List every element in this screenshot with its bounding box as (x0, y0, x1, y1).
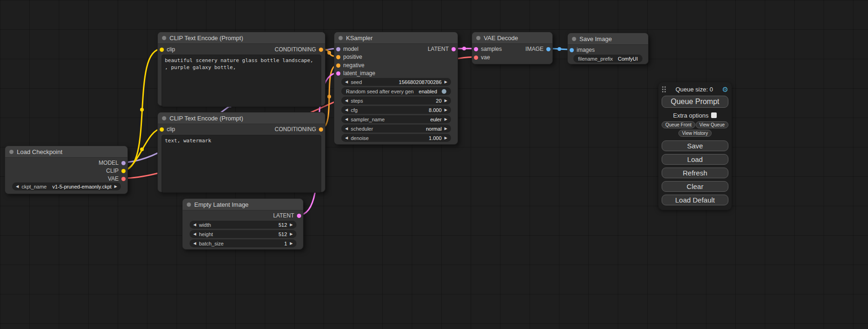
node-title-bar[interactable]: Load Checkpoint (5, 146, 127, 158)
increment-arrow-icon[interactable]: ▶ (445, 97, 447, 105)
refresh-button[interactable]: Refresh (662, 168, 728, 178)
clip-slot-dot[interactable] (160, 48, 164, 52)
prev-arrow-icon[interactable]: ◀ (16, 182, 19, 190)
node-title-bar[interactable]: Empty Latent Image (183, 199, 303, 210)
input-slot-negative[interactable]: negative (334, 62, 364, 69)
conditioning-slot-dot[interactable] (336, 55, 340, 59)
graph-canvas[interactable]: Load Checkpoint MODEL CLIP VAE ◀ ckpt_na… (0, 0, 868, 329)
collapse-dot[interactable] (9, 150, 14, 154)
decrement-arrow-icon[interactable]: ◀ (345, 134, 348, 142)
clear-button[interactable]: Clear (662, 181, 728, 192)
input-slot-positive[interactable]: positive (334, 54, 362, 60)
decrement-arrow-icon[interactable]: ◀ (193, 221, 196, 229)
view-queue-button[interactable]: View Queue (696, 121, 728, 128)
toggle-knob[interactable] (442, 89, 446, 94)
collapse-dot[interactable] (162, 116, 166, 120)
model-slot-dot[interactable] (336, 47, 340, 51)
conditioning-slot-dot[interactable] (319, 127, 323, 132)
prev-arrow-icon[interactable]: ◀ (345, 115, 348, 123)
prompt-textarea[interactable]: beautiful scenery nature glass bottle la… (162, 55, 321, 107)
output-slot-model[interactable]: MODEL (99, 160, 127, 166)
output-slot-vae[interactable]: VAE (108, 175, 127, 182)
widget-steps[interactable]: ◀ steps 20 ▶ (341, 97, 451, 105)
increment-arrow-icon[interactable]: ▶ (445, 78, 447, 86)
model-slot-dot[interactable] (121, 161, 126, 165)
drag-handle-icon[interactable] (662, 86, 666, 92)
node-load-checkpoint[interactable]: Load Checkpoint MODEL CLIP VAE ◀ ckpt_na… (5, 146, 128, 194)
node-vae-decode[interactable]: VAE Decode samples vae IMAGE (472, 32, 553, 64)
widget-denoise[interactable]: ◀ denoise 1.000 ▶ (341, 134, 451, 142)
output-slot-latent[interactable]: LATENT (273, 212, 303, 219)
latent-slot-dot[interactable] (336, 71, 340, 76)
collapse-dot[interactable] (476, 36, 480, 40)
save-button[interactable]: Save (662, 140, 728, 151)
input-slot-clip[interactable]: clip (158, 46, 175, 53)
input-slot-clip[interactable]: clip (158, 126, 175, 133)
conditioning-slot-dot[interactable] (336, 63, 340, 68)
node-save-image[interactable]: Save Image images filename_prefix ComfyU… (567, 33, 649, 64)
widget-filename-prefix[interactable]: filename_prefix ComfyUI (573, 55, 642, 63)
node-clip-text-encode-positive[interactable]: CLIP Text Encode (Prompt) clip CONDITION… (157, 32, 325, 106)
queue-front-button[interactable]: Queue Front (662, 121, 695, 128)
load-default-button[interactable]: Load Default (662, 195, 728, 205)
increment-arrow-icon[interactable]: ▶ (290, 230, 293, 238)
next-arrow-icon[interactable]: ▶ (114, 182, 117, 190)
increment-arrow-icon[interactable]: ▶ (290, 239, 293, 247)
increment-arrow-icon[interactable]: ▶ (445, 106, 447, 114)
vae-slot-dot[interactable] (121, 177, 126, 181)
latent-slot-dot[interactable] (474, 47, 478, 51)
settings-gear-icon[interactable]: ⚙ (722, 86, 728, 93)
increment-arrow-icon[interactable]: ▶ (290, 221, 293, 229)
clip-slot-dot[interactable] (160, 127, 164, 132)
output-slot-image[interactable]: IMAGE (525, 46, 552, 52)
node-title-bar[interactable]: KSampler (334, 32, 458, 44)
input-slot-vae[interactable]: vae (472, 54, 490, 61)
input-slot-images[interactable]: images (568, 47, 595, 53)
node-title-bar[interactable]: Save Image (568, 33, 648, 45)
image-slot-dot[interactable] (570, 48, 574, 52)
next-arrow-icon[interactable]: ▶ (445, 125, 447, 133)
clip-slot-dot[interactable] (121, 169, 126, 173)
input-slot-model[interactable]: model (334, 46, 359, 52)
collapse-dot[interactable] (187, 203, 191, 207)
output-slot-conditioning[interactable]: CONDITIONING (275, 46, 325, 53)
node-empty-latent-image[interactable]: Empty Latent Image LATENT ◀ width 512 ▶ … (182, 198, 303, 250)
widget-sampler-name[interactable]: ◀ sampler_name euler ▶ (341, 115, 451, 123)
decrement-arrow-icon[interactable]: ◀ (193, 230, 196, 238)
output-slot-clip[interactable]: CLIP (106, 168, 127, 174)
widget-scheduler[interactable]: ◀ scheduler normal ▶ (341, 125, 451, 133)
decrement-arrow-icon[interactable]: ◀ (345, 78, 348, 86)
load-button[interactable]: Load (662, 154, 728, 165)
widget-batch-size[interactable]: ◀ batch_size 1 ▶ (190, 239, 296, 247)
output-slot-conditioning[interactable]: CONDITIONING (275, 126, 325, 133)
decrement-arrow-icon[interactable]: ◀ (193, 239, 196, 247)
widget-seed[interactable]: ◀ seed 156680208700286 ▶ (341, 78, 451, 86)
widget-width[interactable]: ◀ width 512 ▶ (190, 221, 296, 229)
increment-arrow-icon[interactable]: ▶ (445, 134, 447, 142)
collapse-dot[interactable] (162, 36, 166, 40)
node-ksampler[interactable]: KSampler model positive negative latent_… (334, 32, 458, 145)
prev-arrow-icon[interactable]: ◀ (345, 125, 348, 133)
widget-random-seed-toggle[interactable]: Random seed after every gen enabled (341, 87, 451, 95)
queue-prompt-button[interactable]: Queue Prompt (662, 96, 728, 108)
widget-ckpt-name[interactable]: ◀ ckpt_name v1-5-pruned-emaonly.ckpt ▶ (12, 182, 121, 190)
conditioning-slot-dot[interactable] (319, 48, 323, 52)
collapse-dot[interactable] (339, 36, 343, 40)
node-title-bar[interactable]: VAE Decode (472, 32, 552, 44)
node-clip-text-encode-negative[interactable]: CLIP Text Encode (Prompt) clip CONDITION… (157, 112, 325, 192)
latent-slot-dot[interactable] (452, 47, 456, 51)
node-title-bar[interactable]: CLIP Text Encode (Prompt) (158, 112, 325, 124)
vae-slot-dot[interactable] (474, 56, 478, 60)
extra-options-checkbox[interactable] (711, 112, 717, 118)
output-slot-latent[interactable]: LATENT (428, 46, 458, 52)
decrement-arrow-icon[interactable]: ◀ (345, 97, 348, 105)
widget-cfg[interactable]: ◀ cfg 8.000 ▶ (341, 106, 451, 114)
latent-slot-dot[interactable] (297, 214, 301, 218)
image-slot-dot[interactable] (546, 47, 550, 51)
node-title-bar[interactable]: CLIP Text Encode (Prompt) (158, 32, 325, 44)
next-arrow-icon[interactable]: ▶ (445, 115, 447, 123)
collapse-dot[interactable] (572, 37, 576, 41)
view-history-button[interactable]: View History (678, 130, 712, 137)
input-slot-latent-image[interactable]: latent_image (334, 70, 375, 77)
input-slot-samples[interactable]: samples (472, 46, 502, 52)
